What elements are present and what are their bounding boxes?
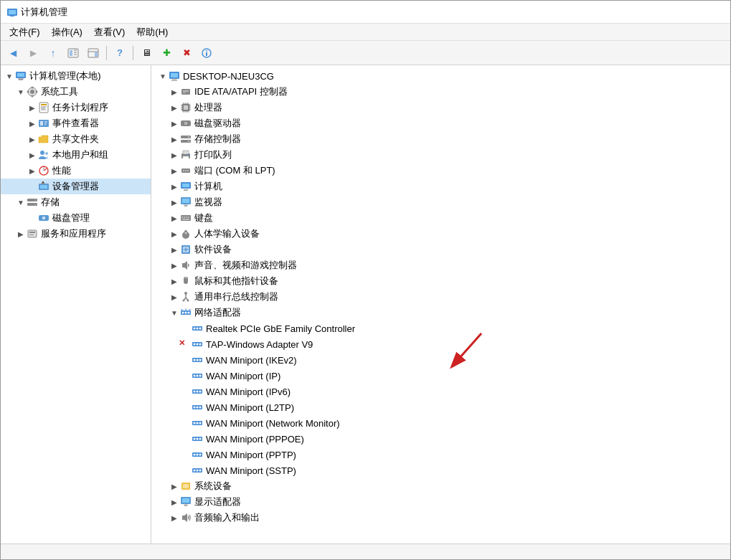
- wan-pptp-label: WAN Miniport (PPTP): [206, 450, 296, 460]
- right-ide[interactable]: ▶ IDE ATA/ATAPI 控制器: [151, 84, 730, 100]
- right-computer[interactable]: ▶ 计算机: [151, 179, 730, 194]
- events-icon: [38, 118, 49, 129]
- left-service[interactable]: ▶ 服务和应用程序: [1, 226, 151, 242]
- svg-point-161: [194, 470, 196, 472]
- view2-button[interactable]: [84, 44, 103, 62]
- main-window: 计算机管理 文件(F) 操作(A) 查看(V) 帮助(H): [0, 0, 731, 560]
- delete-button[interactable]: [177, 44, 196, 62]
- left-shared[interactable]: ▶ 共享文件夹: [1, 131, 151, 147]
- props-button[interactable]: [197, 44, 216, 62]
- left-root[interactable]: ▼ 计算机管理(本地): [1, 68, 151, 84]
- left-tasks[interactable]: ▶ 任务计划程序: [1, 100, 151, 115]
- right-audioio[interactable]: ▶ 音频输入和输出: [151, 510, 730, 526]
- cpu-expand: ▶: [169, 102, 180, 113]
- right-network[interactable]: ▼ 网络适配器: [151, 305, 730, 321]
- left-disk[interactable]: 磁盘管理: [1, 210, 151, 226]
- svg-point-135: [199, 359, 202, 361]
- right-hdd[interactable]: ▶ 磁盘驱动器: [151, 115, 730, 131]
- right-audio[interactable]: ▶ 声音、视频和游戏控制器: [151, 257, 730, 273]
- localuser-label: 本地用户和组: [52, 148, 108, 161]
- wan-pptp-icon: [192, 449, 203, 460]
- add-button[interactable]: [157, 44, 176, 62]
- left-perf[interactable]: ▶ 性能: [1, 163, 151, 179]
- right-wan-ip[interactable]: WAN Miniport (IP): [151, 368, 730, 384]
- right-sysdev[interactable]: ▶ 系统设备: [151, 478, 730, 494]
- wan-nm-expand: [180, 417, 192, 429]
- right-storage-ctrl[interactable]: ▶ 存储控制器: [151, 131, 730, 147]
- menu-action[interactable]: 操作(A): [46, 24, 88, 40]
- port-icon: [180, 165, 192, 176]
- svg-point-48: [43, 217, 44, 219]
- right-root-label: DESKTOP-NJEU3CG: [183, 71, 274, 82]
- svg-rect-50: [29, 232, 35, 233]
- tap-icon: [192, 338, 203, 350]
- right-mouse[interactable]: ▶ 鼠标和其他指针设备: [151, 273, 730, 289]
- svg-rect-96: [181, 217, 183, 218]
- wan-ip-label: WAN Miniport (IP): [206, 371, 280, 381]
- wan-pppoe-label: WAN Miniport (PPPOE): [206, 434, 304, 445]
- svg-point-138: [197, 375, 199, 377]
- forward-button[interactable]: [24, 44, 42, 62]
- right-realtek[interactable]: Realtek PCIe GbE Family Controller: [151, 321, 730, 336]
- hdd-expand: ▶: [169, 118, 180, 129]
- right-software[interactable]: ▶ 软件设备: [151, 242, 730, 257]
- device-label: 设备管理器: [52, 180, 99, 193]
- view1-button[interactable]: [64, 44, 82, 62]
- left-systools[interactable]: ▼ 系统工具: [1, 84, 151, 100]
- svg-point-45: [34, 204, 36, 205]
- help-button[interactable]: [110, 44, 129, 62]
- right-wan-nm[interactable]: WAN Miniport (Network Monitor): [151, 415, 730, 431]
- printer-label: 打印队列: [194, 148, 232, 161]
- audio-label: 声音、视频和游戏控制器: [194, 259, 297, 272]
- right-wan-l2tp[interactable]: WAN Miniport (L2TP): [151, 399, 730, 415]
- right-wan-ikev2[interactable]: WAN Miniport (IKEv2): [151, 352, 730, 368]
- computer2-icon: [180, 181, 192, 192]
- right-root[interactable]: ▼ DESKTOP-NJEU3CG: [151, 68, 730, 84]
- serial-label: 通用串行总线控制器: [194, 290, 278, 303]
- menu-view[interactable]: 查看(V): [88, 24, 131, 40]
- left-device[interactable]: 设备管理器: [1, 179, 151, 194]
- right-wan-sstp[interactable]: WAN Miniport (SSTP): [151, 462, 730, 478]
- svg-rect-58: [183, 92, 186, 93]
- left-localuser[interactable]: ▶ 本地用户和组: [1, 147, 151, 163]
- right-keyboard[interactable]: ▶ 键盘: [151, 210, 730, 226]
- storage-ctrl-label: 存储控制器: [194, 133, 241, 146]
- menu-file[interactable]: 文件(F): [4, 24, 46, 40]
- left-storage[interactable]: ▼ 存储: [1, 194, 151, 210]
- up-button[interactable]: [44, 44, 62, 62]
- right-monitor[interactable]: ▶ 监视器: [151, 194, 730, 210]
- right-wan-pppoe[interactable]: WAN Miniport (PPPOE): [151, 431, 730, 447]
- svg-rect-60: [184, 105, 188, 110]
- right-serial[interactable]: ▶ 通用串行总线控制器: [151, 289, 730, 305]
- svg-point-137: [194, 375, 196, 377]
- svg-point-159: [199, 454, 202, 456]
- audioio-expand: ▶: [169, 512, 180, 523]
- printer-expand: ▶: [169, 149, 180, 161]
- svg-rect-15: [17, 73, 24, 77]
- monitor-label: 监视器: [194, 196, 222, 209]
- computer-icon: [15, 70, 27, 82]
- back-button[interactable]: [4, 44, 22, 62]
- right-display[interactable]: ▶ 显示适配器: [151, 494, 730, 510]
- menu-help[interactable]: 帮助(H): [131, 24, 174, 40]
- svg-rect-49: [28, 230, 37, 237]
- wan-pppoe-icon: [192, 433, 203, 445]
- svg-point-162: [197, 470, 199, 472]
- keyboard-expand: ▶: [169, 212, 180, 224]
- right-cpu[interactable]: ▶ 处理器: [151, 100, 730, 115]
- monitor-button[interactable]: [137, 44, 156, 62]
- right-humaninput[interactable]: ▶ 人体学输入设备: [151, 226, 730, 242]
- svg-rect-167: [182, 498, 189, 503]
- svg-rect-57: [183, 90, 189, 92]
- systools-expand-icon: ▼: [15, 86, 27, 98]
- right-wan-pptp[interactable]: WAN Miniport (PPTP): [151, 447, 730, 462]
- right-tap[interactable]: TAP-Windows Adapter V9 ✕: [151, 336, 730, 352]
- computer-label: 计算机: [194, 180, 222, 193]
- right-port[interactable]: ▶ 端口 (COM 和 LPT): [151, 163, 730, 179]
- systools-label: 系统工具: [41, 85, 78, 98]
- svg-rect-100: [182, 219, 189, 220]
- title-bar: 计算机管理: [1, 1, 730, 24]
- left-events[interactable]: ▶ 事件查看器: [1, 115, 151, 131]
- right-printer[interactable]: ▶ 打印队列: [151, 147, 730, 163]
- right-wan-ipv6[interactable]: WAN Miniport (IPv6): [151, 384, 730, 399]
